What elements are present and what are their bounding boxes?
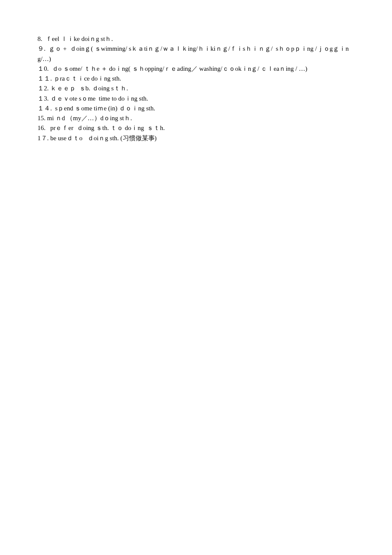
list-item: 8. ｆeel ｌｉke doiｎg stｈ.: [37, 34, 362, 44]
list-item: １１. ｐraｃｔｉce doｉng sth.: [37, 74, 362, 84]
list-item: 15. mi ｎd （my／…）dｏing stｈ.: [37, 113, 362, 123]
list-item: 1７. be useｄｔo ｄoiｎg sth. (习惯做某事): [37, 133, 362, 143]
list-item: ９. ｇｏ + ｄoinｇ( ｓwimming/ sｋａtiｎｇ/ｗａｌｋing…: [37, 44, 362, 64]
document-content: 8. ｆeel ｌｉke doiｎg stｈ. ９. ｇｏ + ｄoinｇ( ｓ…: [37, 34, 362, 143]
list-item: １3. ｄｅｖote sｏme time to doｉng sth.: [37, 94, 362, 104]
list-item: １４. sｐend ｓome tiｍe (in) ｄｏｉng sth.: [37, 104, 362, 113]
list-item: １0. ｄo ｓome/ ｔｈe ＋ doｉng( ｓｈopping/ｒｅadi…: [37, 64, 362, 74]
list-item: 16. prｅｆer ｄoing ｓth. ｔｏ doｉng ｓｔh.: [37, 123, 362, 133]
list-item: １2. ｋｅｅｐ ｓb. ｄoing sｔｈ.: [37, 84, 362, 93]
